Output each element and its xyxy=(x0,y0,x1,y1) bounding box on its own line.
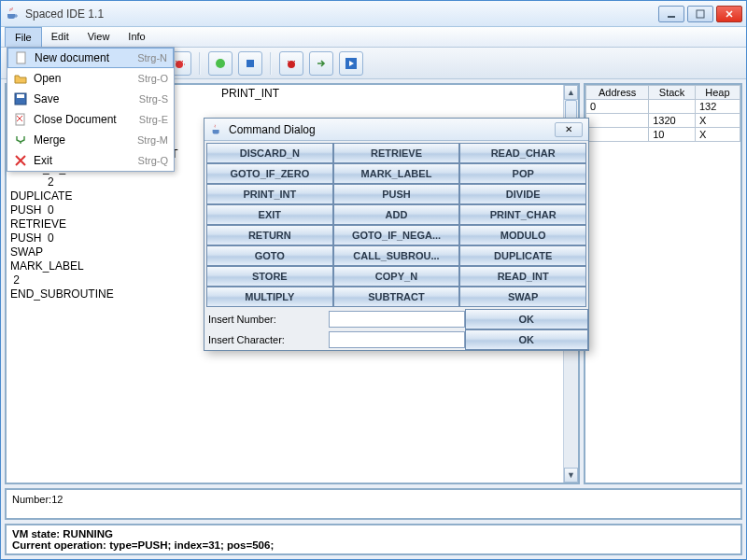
window-title: Spaced IDE 1.1 xyxy=(25,7,658,21)
cmd-read-char[interactable]: READ_CHAR xyxy=(459,143,586,163)
cmd-add[interactable]: ADD xyxy=(333,204,460,225)
cmd-call-subrou[interactable]: CALL_SUBROU... xyxy=(333,245,460,266)
java-icon xyxy=(5,7,20,21)
minimize-button[interactable] xyxy=(658,6,684,22)
menu-info[interactable]: Info xyxy=(119,27,154,47)
menuitem-merge[interactable]: Merge Strg-M xyxy=(7,130,174,150)
svg-rect-0 xyxy=(668,16,675,18)
menubar: File Edit View Info xyxy=(1,27,746,48)
cmd-pop[interactable]: POP xyxy=(459,163,586,184)
scroll-down-icon[interactable]: ▼ xyxy=(564,468,578,483)
svg-point-6 xyxy=(216,59,225,68)
cmd-read-int[interactable]: READ_INT xyxy=(459,266,586,287)
cmd-retrieve[interactable]: RETRIEVE xyxy=(333,143,460,163)
cmd-divide[interactable]: DIVIDE xyxy=(459,184,586,204)
java-icon xyxy=(210,123,223,136)
col-heap[interactable]: Heap xyxy=(695,86,740,100)
output-text: Number:12 xyxy=(12,494,63,505)
cmd-duplicate[interactable]: DUPLICATE xyxy=(459,245,586,266)
statusbar: VM state: RUNNING Current operation: typ… xyxy=(5,524,742,555)
cmd-swap[interactable]: SWAP xyxy=(459,287,586,307)
vm-state-text: VM state: RUNNING xyxy=(12,528,735,539)
maximize-button[interactable] xyxy=(687,6,713,22)
cmd-push[interactable]: PUSH xyxy=(333,184,460,204)
menuitem-open[interactable]: Open Strg-O xyxy=(7,68,174,89)
cmd-return[interactable]: RETURN xyxy=(206,225,333,245)
cmd-copy-n[interactable]: COPY_N xyxy=(333,266,460,287)
svg-rect-1 xyxy=(697,10,704,18)
table-row: 0132 xyxy=(586,100,740,114)
col-stack[interactable]: Stack xyxy=(649,86,696,100)
cmd-goto[interactable]: GOTO xyxy=(206,245,333,266)
step-button[interactable] xyxy=(309,51,333,76)
menuitem-exit[interactable]: Exit Strg-Q xyxy=(7,150,174,171)
command-grid: DISCARD_N RETRIEVE READ_CHAR GOTO_IF_ZER… xyxy=(204,141,588,309)
cmd-subtract[interactable]: SUBTRACT xyxy=(333,287,460,307)
svg-rect-10 xyxy=(17,52,25,63)
cmd-print-char[interactable]: PRINT_CHAR xyxy=(459,204,586,225)
cmd-print-int[interactable]: PRINT_INT xyxy=(206,184,333,204)
run-button[interactable] xyxy=(208,51,233,76)
command-dialog: Command Dialog ✕ DISCARD_N RETRIEVE READ… xyxy=(204,118,589,351)
page-x-icon xyxy=(13,112,28,127)
menuitem-close-document[interactable]: Close Document Strg-E xyxy=(7,109,174,130)
merge-icon xyxy=(13,133,28,147)
current-op-text: Current operation: type=PUSH; index=31; … xyxy=(12,539,735,551)
table-row: 10X xyxy=(586,128,740,142)
folder-icon xyxy=(13,71,28,86)
memory-table: Address Stack Heap 0132 1320X 10X xyxy=(584,83,742,484)
insert-char-ok-button[interactable]: OK xyxy=(465,329,588,350)
debug-button[interactable] xyxy=(279,51,303,76)
insert-char-label: Insert Character: xyxy=(204,334,329,345)
cmd-modulo[interactable]: MODULO xyxy=(459,225,586,245)
menuitem-save[interactable]: Save Strg-S xyxy=(7,89,174,109)
floppy-icon xyxy=(13,91,28,106)
insert-char-input[interactable] xyxy=(329,331,465,348)
insert-number-label: Insert Number: xyxy=(204,314,329,325)
scroll-up-icon[interactable]: ▲ xyxy=(564,85,578,100)
cmd-store[interactable]: STORE xyxy=(206,266,333,287)
dialog-title: Command Dialog xyxy=(229,123,555,136)
svg-rect-12 xyxy=(17,94,24,98)
editor-token: PRINT_INT xyxy=(221,87,279,101)
cmd-goto-if-zero[interactable]: GOTO_IF_ZERO xyxy=(206,163,333,184)
cmd-mark-label[interactable]: MARK_LABEL xyxy=(333,163,460,184)
table-row: 1320X xyxy=(586,114,740,128)
play-button[interactable] xyxy=(339,51,363,76)
col-address[interactable]: Address xyxy=(586,86,649,100)
output-pane[interactable]: Number:12 xyxy=(5,488,742,520)
menuitem-new-document[interactable]: New document Strg-N xyxy=(7,48,174,68)
page-icon xyxy=(14,50,29,65)
menu-edit[interactable]: Edit xyxy=(42,27,78,47)
file-menu-dropdown: New document Strg-N Open Strg-O Save Str… xyxy=(7,47,175,172)
cmd-multiply[interactable]: MULTIPLY xyxy=(206,287,333,307)
x-icon xyxy=(13,153,28,168)
titlebar: Spaced IDE 1.1 xyxy=(1,1,746,27)
menu-file[interactable]: File xyxy=(5,27,42,47)
cmd-discard-n[interactable]: DISCARD_N xyxy=(206,143,333,163)
close-button[interactable] xyxy=(716,6,742,22)
cmd-goto-if-nega[interactable]: GOTO_IF_NEGA... xyxy=(333,225,460,245)
stop-button[interactable] xyxy=(238,51,262,76)
menu-view[interactable]: View xyxy=(78,27,120,47)
cmd-exit[interactable]: EXIT xyxy=(206,204,333,225)
dialog-close-button[interactable]: ✕ xyxy=(555,122,583,137)
dialog-titlebar[interactable]: Command Dialog ✕ xyxy=(204,119,588,141)
insert-number-ok-button[interactable]: OK xyxy=(465,309,588,329)
insert-number-input[interactable] xyxy=(329,311,465,328)
svg-rect-7 xyxy=(247,60,254,67)
